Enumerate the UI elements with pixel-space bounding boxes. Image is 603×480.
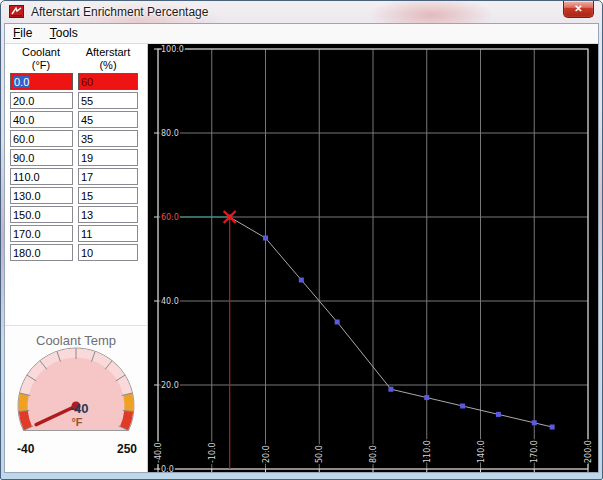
x-axis-label: -10.0 [208, 442, 217, 463]
data-point[interactable] [460, 404, 465, 409]
column-header-coolant: Coolant (°F) [8, 46, 74, 72]
data-point[interactable] [299, 278, 304, 283]
value-grid: 0.06020.05540.04560.03590.019110.017130.… [5, 73, 147, 263]
data-point[interactable] [388, 387, 393, 392]
column-unit: (%) [75, 59, 141, 72]
gauge-max-label: 250 [117, 442, 137, 456]
afterstart-cell[interactable]: 15 [78, 187, 138, 204]
afterstart-cell[interactable]: 60 [78, 73, 138, 90]
afterstart-cell[interactable]: 11 [78, 225, 138, 242]
app-window: Afterstart Enrichment Percentage ✕ File … [0, 0, 603, 480]
afterstart-chart[interactable]: 0.020.040.060.080.0100.0-40.0-10.020.050… [148, 44, 598, 472]
client-area: File Tools Coolant (°F) Afterstart (%) 0… [4, 23, 599, 473]
coolant-cell[interactable]: 90.0 [10, 149, 73, 166]
table-row: 150.013 [5, 206, 147, 225]
afterstart-cell[interactable]: 35 [78, 130, 138, 147]
selected-text: 0.0 [13, 76, 30, 88]
y-axis-label: 80.0 [161, 129, 179, 138]
content-area: Coolant (°F) Afterstart (%) 0.06020.0554… [5, 44, 598, 472]
x-axis-label: 200.0 [584, 440, 593, 463]
menu-file[interactable]: File [7, 24, 38, 42]
series-line [230, 217, 552, 427]
gauge-band-segment [23, 394, 24, 411]
window-title: Afterstart Enrichment Percentage [31, 1, 208, 23]
gauge-band-segment [124, 411, 129, 428]
table-row: 90.019 [5, 149, 147, 168]
gauge-band-segment [128, 394, 129, 411]
afterstart-cell[interactable]: 45 [78, 111, 138, 128]
table-row: 110.017 [5, 168, 147, 187]
x-axis-label: 140.0 [477, 440, 486, 463]
coolant-cell[interactable]: 170.0 [10, 225, 73, 242]
coolant-cell[interactable]: 180.0 [10, 244, 73, 261]
coolant-temp-gauge: -40 °F [11, 346, 141, 440]
table-row: 130.015 [5, 187, 147, 206]
table-row: 40.045 [5, 111, 147, 130]
x-axis-label: 110.0 [423, 440, 432, 463]
table-row: 0.060 [5, 73, 147, 92]
gauge-panel: Coolant Temp -40 °F -40 250 [5, 325, 147, 472]
coolant-cell[interactable]: 40.0 [10, 111, 73, 128]
coolant-cell[interactable]: 150.0 [10, 206, 73, 223]
column-title: Coolant [8, 46, 74, 59]
x-axis-label: -40.0 [154, 442, 163, 463]
column-header-afterstart: Afterstart (%) [75, 46, 141, 72]
chart-panel: 0.020.040.060.080.0100.0-40.0-10.020.050… [148, 44, 598, 472]
y-axis-label: 40.0 [161, 297, 179, 306]
y-axis-label: 20.0 [161, 381, 179, 390]
afterstart-cell[interactable]: 13 [78, 206, 138, 223]
table-row: 180.010 [5, 244, 147, 263]
y-axis-label: 100.0 [161, 45, 184, 54]
coolant-cell[interactable]: 110.0 [10, 168, 73, 185]
x-axis-label: 50.0 [315, 445, 324, 463]
menu-tools[interactable]: Tools [44, 24, 84, 42]
gauge-units: °F [71, 416, 82, 428]
title-bar[interactable]: Afterstart Enrichment Percentage ✕ [1, 1, 602, 23]
menu-bar: File Tools [5, 24, 598, 44]
afterstart-cell[interactable]: 17 [78, 168, 138, 185]
data-point[interactable] [496, 412, 501, 417]
afterstart-cell[interactable]: 10 [78, 244, 138, 261]
table-row: 60.035 [5, 130, 147, 149]
column-title: Afterstart [75, 46, 141, 59]
data-point[interactable] [263, 236, 268, 241]
coolant-cell[interactable]: 60.0 [10, 130, 73, 147]
coolant-cell[interactable]: 0.0 [10, 73, 73, 90]
data-point[interactable] [532, 420, 537, 425]
x-axis-label: 170.0 [530, 440, 539, 463]
x-axis-label: 80.0 [369, 445, 378, 463]
close-button[interactable]: ✕ [563, 1, 594, 18]
data-point[interactable] [550, 425, 555, 430]
coolant-cell[interactable]: 20.0 [10, 92, 73, 109]
y-axis-label: 0.0 [161, 465, 174, 472]
afterstart-cell[interactable]: 19 [78, 149, 138, 166]
gauge-value: -40 [70, 401, 89, 416]
gauge-min-label: -40 [17, 442, 34, 456]
coolant-cell[interactable]: 130.0 [10, 187, 73, 204]
gauge-band-segment [23, 411, 28, 428]
table-panel: Coolant (°F) Afterstart (%) 0.06020.0554… [5, 44, 148, 472]
app-icon [9, 5, 24, 18]
data-point[interactable] [424, 395, 429, 400]
x-axis-label: 20.0 [262, 445, 271, 463]
afterstart-cell[interactable]: 55 [78, 92, 138, 109]
y-axis-label: 60.0 [161, 213, 179, 222]
table-row: 170.011 [5, 225, 147, 244]
column-unit: (°F) [8, 59, 74, 72]
data-point[interactable] [335, 320, 340, 325]
table-row: 20.055 [5, 92, 147, 111]
